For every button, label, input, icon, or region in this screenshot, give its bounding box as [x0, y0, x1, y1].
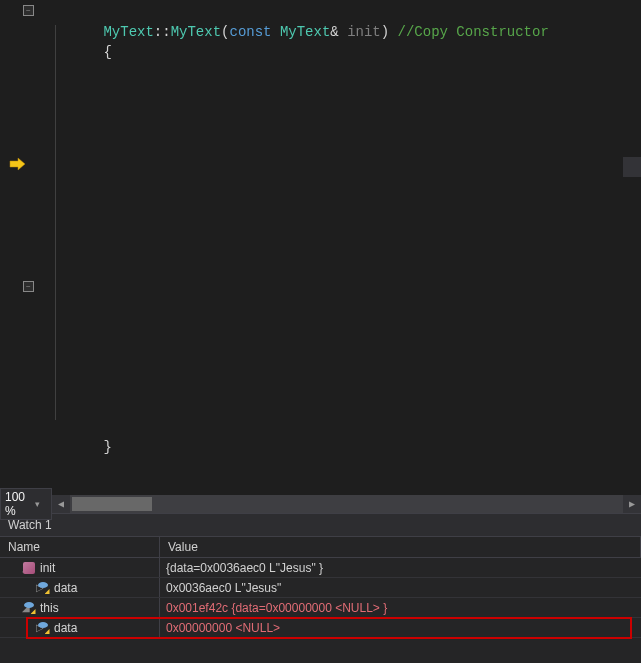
member-icon — [22, 601, 36, 615]
watch-name-cell: ◢ init — [0, 558, 160, 577]
scroll-right-button[interactable]: ▶ — [623, 495, 641, 513]
code-fold-toggle[interactable]: − — [23, 281, 34, 292]
horizontal-scrollbar-container: 100 % ▾ ◀ ▶ — [0, 495, 641, 513]
expand-toggle-icon[interactable]: ◢ — [4, 602, 22, 613]
watch-value: {data=0x0036aec0 L"Jesus" } — [160, 561, 641, 575]
watch-var-name: data — [54, 621, 77, 635]
watch-value: 0x0036aec0 L"Jesus" — [160, 581, 641, 595]
scrollbar-marker — [623, 157, 641, 177]
watch-value: 0x00000000 <NULL> — [160, 621, 641, 635]
code-line: { — [35, 22, 641, 42]
code-line: MyText::MyText(const MyText& init) //Cop… — [35, 2, 641, 22]
expand-toggle-icon[interactable]: ▷ — [4, 622, 36, 633]
code-token-brace: { — [103, 44, 111, 60]
code-text-area[interactable]: MyText::MyText(const MyText& init) //Cop… — [35, 0, 641, 495]
watch-header-row: Name Value — [0, 536, 641, 558]
watch-header-name[interactable]: Name — [0, 537, 160, 557]
watch-body: ◢ init {data=0x0036aec0 L"Jesus" } ▷ dat… — [0, 558, 641, 663]
code-editor-pane: − − MyText::MyText(const MyText& init) /… — [0, 0, 641, 495]
code-line: } — [35, 417, 641, 437]
zoom-level-dropdown[interactable]: 100 % ▾ — [0, 488, 52, 520]
member-icon — [36, 621, 50, 635]
watch-value: 0x001ef42c {data=0x00000000 <NULL> } — [160, 601, 641, 615]
scrollbar-thumb[interactable] — [72, 497, 152, 511]
watch-name-cell: ◢ this — [0, 598, 160, 617]
watch-var-name: data — [54, 581, 77, 595]
member-icon — [36, 581, 50, 595]
code-fold-line — [55, 25, 56, 420]
watch-panel-title: Watch 1 — [0, 514, 641, 536]
watch-row[interactable]: ▷ data 0x00000000 <NULL> — [0, 618, 641, 638]
expand-toggle-icon[interactable]: ◢ — [4, 562, 22, 573]
watch-name-cell: ▷ data — [0, 618, 160, 637]
code-token-brace: } — [103, 439, 111, 455]
scrollbar-track[interactable] — [70, 495, 623, 513]
editor-gutter: − − — [0, 0, 35, 495]
watch-var-name: this — [40, 601, 59, 615]
watch-panel: Watch 1 Name Value ◢ init {data=0x0036ae… — [0, 513, 641, 663]
chevron-down-icon: ▾ — [35, 499, 47, 509]
scroll-left-button[interactable]: ◀ — [52, 495, 70, 513]
watch-row[interactable]: ◢ init {data=0x0036aec0 L"Jesus" } — [0, 558, 641, 578]
code-fold-toggle[interactable]: − — [23, 5, 34, 16]
watch-row[interactable]: ▷ data 0x0036aec0 L"Jesus" — [0, 578, 641, 598]
watch-var-name: init — [40, 561, 55, 575]
struct-icon — [22, 561, 36, 575]
watch-header-value[interactable]: Value — [160, 537, 641, 557]
current-line-arrow-icon — [8, 157, 26, 171]
zoom-value: 100 % — [5, 490, 35, 518]
expand-toggle-icon[interactable]: ▷ — [4, 582, 36, 593]
watch-row[interactable]: ◢ this 0x001ef42c {data=0x00000000 <NULL… — [0, 598, 641, 618]
watch-name-cell: ▷ data — [0, 578, 160, 597]
